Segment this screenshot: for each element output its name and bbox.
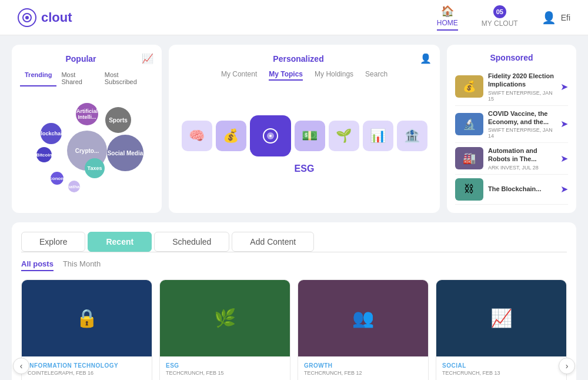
user-icon: 👤 (542, 11, 556, 25)
nav-home[interactable]: 🏠 HOME (437, 5, 458, 31)
sponsored-arrow-3[interactable]: ➤ (560, 184, 568, 195)
tab-add-content[interactable]: Add Content (232, 232, 314, 252)
cards-wrapper: ‹ 🔒 INFORMATION TECHNOLOGY COINTELEGRAPH… (21, 279, 567, 380)
sponsored-item-1: 🔬 COVID Vaccine, the Economy, and the...… (455, 106, 568, 144)
sponsored-title-2: Automation and Robots in The... (488, 146, 556, 164)
tab-scheduled[interactable]: Scheduled (154, 232, 229, 252)
personalized-title: Personalized (177, 54, 420, 64)
card-body-2: GROWTH TECHCRUNCH, FEB 12 Berlin's Remag… (298, 356, 428, 380)
sponsored-source-1: SWIFT ENTERPRISE, JAN 14 (488, 127, 556, 139)
user-menu[interactable]: 👤 Efi (542, 11, 570, 25)
sponsored-img-3: ⛓ (455, 178, 483, 201)
user-label: Efi (561, 13, 570, 22)
bottom-section: Explore Recent Scheduled Add Content All… (12, 222, 576, 380)
sponsored-arrow-2[interactable]: ➤ (560, 153, 568, 164)
sponsored-item-2: 🏭 Automation and Robots in The... ARK IN… (455, 143, 568, 175)
card-category-2: GROWTH (304, 362, 422, 369)
personalized-tabs: My Content My Topics My Holdings Search (177, 70, 432, 81)
svg-point-1 (25, 16, 29, 19)
esg-icon-5: 📊 (363, 121, 393, 151)
sponsored-item-3: ⛓ The Blockchain... ➤ (455, 175, 568, 205)
sponsored-arrow-1[interactable]: ➤ (560, 118, 568, 129)
sponsored-source-2: ARK INVEST, JUL 28 (488, 165, 556, 171)
sub-tab-this-month[interactable]: This Month (63, 259, 101, 271)
sponsored-img-0: 💰 (455, 75, 483, 98)
tab-most-subscribed[interactable]: Most Subscribed (100, 70, 153, 86)
bubble-3[interactable]: Artificial Intelli... (76, 103, 98, 125)
svg-point-4 (269, 135, 272, 137)
tab-explore[interactable]: Explore (21, 232, 85, 252)
card-3[interactable]: 📈 SOCIAL TECHCRUNCH, FEB 13 Robinhood's … (436, 279, 567, 380)
tab-trending[interactable]: Trending (20, 70, 56, 86)
tab-my-holdings[interactable]: My Holdings (315, 70, 353, 81)
sponsored-title-3: The Blockchain... (488, 185, 556, 193)
bubble-7[interactable]: Economy (51, 172, 64, 185)
tab-search[interactable]: Search (365, 70, 387, 81)
sponsored-item-0: 💰 Fidelity 2020 Election Implications SW… (455, 68, 568, 106)
sponsored-title: Sponsored (455, 53, 568, 62)
bubble-6[interactable]: Bitcoin (36, 147, 52, 162)
logo[interactable]: clout (18, 8, 72, 27)
sponsored-title-1: COVID Vaccine, the Economy, and the... (488, 109, 556, 126)
bubble-1[interactable]: Social Media (107, 135, 143, 171)
esg-icon-1: 🧠 (182, 121, 212, 151)
sponsored-img-2: 🏭 (455, 147, 483, 169)
esg-icon-2: 💰 (216, 121, 246, 151)
tab-my-topics[interactable]: My Topics (269, 70, 303, 81)
sponsored-source-0: SWIFT ENTERPRISE, JAN 15 (488, 90, 556, 102)
personalized-header: Personalized 👤 (177, 53, 432, 64)
bottom-tabs-row: Explore Recent Scheduled Add Content (21, 232, 567, 252)
popular-panel: Popular 📈 Trending Most Shared Most Subs… (12, 45, 162, 213)
myclout-label: MY CLOUT (482, 19, 518, 28)
myclout-badge-wrapper: 05 (493, 5, 506, 18)
tab-most-shared[interactable]: Most Shared (56, 70, 99, 86)
sponsored-info-3: The Blockchain... (488, 185, 556, 194)
bubble-2[interactable]: Sports (105, 107, 131, 133)
sub-tab-all-posts[interactable]: All posts (21, 259, 54, 271)
personalized-panel: Personalized 👤 My Content My Topics My H… (169, 45, 440, 213)
sponsored-info-1: COVID Vaccine, the Economy, and the... S… (488, 109, 556, 139)
card-body-0: INFORMATION TECHNOLOGY COINTELEGRAPH, FE… (22, 356, 152, 380)
logo-icon (18, 8, 36, 27)
sponsored-img-1: 🔬 (455, 113, 483, 135)
trending-icon[interactable]: 📈 (142, 53, 153, 64)
card-source-2: TECHCRUNCH, FEB 12 (304, 370, 422, 376)
myclout-badge: 05 (493, 5, 506, 18)
sponsored-info-2: Automation and Robots in The... ARK INVE… (488, 146, 556, 171)
bubble-4[interactable]: Blockchain (41, 123, 62, 144)
sponsored-info-0: Fidelity 2020 Election Implications SWIF… (488, 72, 556, 102)
esg-icon-main (250, 115, 291, 156)
user-circle-icon[interactable]: 👤 (420, 53, 432, 64)
card-img-2: 👥 (298, 280, 428, 356)
cards-row: 🔒 INFORMATION TECHNOLOGY COINTELEGRAPH, … (21, 279, 567, 380)
sponsored-arrow-0[interactable]: ➤ (560, 81, 568, 92)
sponsored-list: 💰 Fidelity 2020 Election Implications SW… (455, 68, 568, 205)
card-0[interactable]: 🔒 INFORMATION TECHNOLOGY COINTELEGRAPH, … (21, 279, 152, 380)
card-img-3: 📈 (436, 280, 566, 356)
home-label: HOME (437, 19, 458, 27)
home-icon: 🏠 (441, 5, 454, 18)
sponsored-panel: Sponsored 💰 Fidelity 2020 Election Impli… (447, 45, 576, 213)
carousel-prev-button[interactable]: ‹ (13, 358, 29, 374)
esg-icon-6: 🏦 (397, 121, 427, 151)
personalized-content: 🧠 💰 💵 🌱 📊 🏦 ESG (177, 85, 432, 205)
sponsored-title-0: Fidelity 2020 Election Implications (488, 72, 556, 89)
bubble-5[interactable]: Taxes (85, 158, 105, 178)
header: clout 🏠 HOME 05 MY CLOUT 👤 Efi (0, 0, 588, 35)
tab-recent[interactable]: Recent (88, 232, 152, 252)
esg-icon-3: 💵 (295, 121, 325, 151)
nav-myclout[interactable]: 05 MY CLOUT (482, 5, 518, 30)
card-img-0: 🔒 (22, 280, 152, 356)
card-source-1: TECHCRUNCH, FEB 15 (166, 370, 284, 376)
card-category-1: ESG (166, 362, 284, 369)
popular-tabs: Trending Most Shared Most Subscribed (20, 70, 153, 86)
card-2[interactable]: 👥 GROWTH TECHCRUNCH, FEB 12 Berlin's Rem… (298, 279, 429, 380)
card-1[interactable]: 🌿 ESG TECHCRUNCH, FEB 15 European VC fun… (159, 279, 290, 380)
carousel-next-button[interactable]: › (559, 358, 575, 374)
tab-my-content[interactable]: My Content (221, 70, 257, 81)
esg-label: ESG (295, 164, 315, 174)
bubble-8[interactable]: Jonathan... (68, 181, 80, 192)
card-body-3: SOCIAL TECHCRUNCH, FEB 13 Robinhood's pa… (436, 356, 566, 380)
popular-title: Popular (20, 54, 142, 64)
card-source-3: TECHCRUNCH, FEB 13 (442, 370, 560, 376)
